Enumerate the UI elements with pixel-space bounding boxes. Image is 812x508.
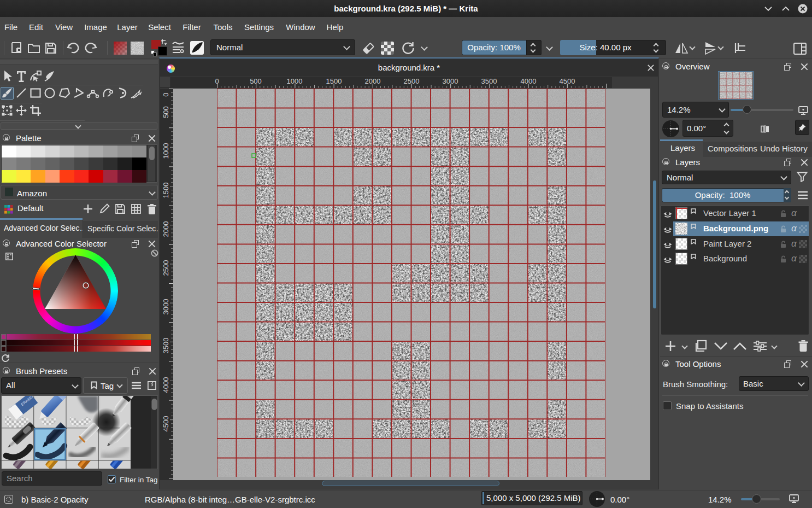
svg-text:3500: 3500 <box>481 77 497 85</box>
svg-text:500: 500 <box>250 77 262 85</box>
svg-text:2000: 2000 <box>162 221 170 237</box>
svg-text:2000: 2000 <box>365 77 381 85</box>
svg-text:1000: 1000 <box>162 143 170 159</box>
svg-text:3500: 3500 <box>162 338 170 354</box>
svg-text:4000: 4000 <box>162 377 170 393</box>
svg-text:1500: 1500 <box>162 183 170 198</box>
svg-text:3000: 3000 <box>443 77 458 85</box>
svg-text:2500: 2500 <box>162 260 170 276</box>
svg-text:1500: 1500 <box>326 77 342 85</box>
svg-text:0: 0 <box>215 77 219 85</box>
svg-text:4000: 4000 <box>521 77 537 85</box>
svg-text:4500: 4500 <box>560 77 575 85</box>
svg-text:1000: 1000 <box>287 77 303 85</box>
svg-text:3000: 3000 <box>162 299 170 315</box>
svg-text:2500: 2500 <box>404 77 420 85</box>
svg-text:0: 0 <box>162 92 170 96</box>
svg-text:4500: 4500 <box>162 416 170 432</box>
svg-text:500: 500 <box>162 106 170 118</box>
